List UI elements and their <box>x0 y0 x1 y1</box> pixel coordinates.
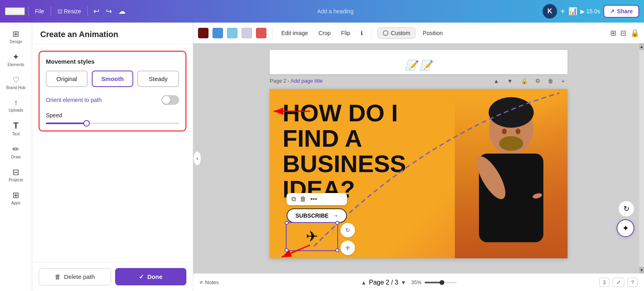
selection-box[interactable]: ✈ ↻ ✛ <box>286 222 338 251</box>
resize-button[interactable]: ⊡ Resize <box>54 6 85 16</box>
page-down-button[interactable]: ▼ <box>504 76 516 86</box>
handle-bottom-right[interactable] <box>335 248 339 252</box>
refresh-button[interactable]: ↻ <box>618 201 634 217</box>
help-button[interactable]: ? <box>627 278 638 287</box>
scroll-down-button[interactable]: ▼ <box>639 267 644 273</box>
original-style-button[interactable]: Original <box>46 71 88 87</box>
chart-icon[interactable]: 📊 <box>568 7 577 16</box>
status-right: 3 ⤢ ? <box>599 278 638 287</box>
play-button[interactable]: ▶ 15.0s <box>580 8 600 15</box>
copy-icon-button[interactable]: ⧉ <box>291 195 296 203</box>
lock-icon[interactable]: 🔒 <box>630 29 639 37</box>
canvas-toolbar: Edit image Crop Flip ℹ Custom Position ⊞… <box>193 23 644 44</box>
speed-slider-track[interactable] <box>46 123 179 124</box>
status-bar: ≡ Notes ▲ Page 2 / 3 ▼ 35% 3 <box>193 273 644 291</box>
zoom-slider-thumb[interactable] <box>440 280 444 285</box>
projects-icon: ⊟ <box>12 167 19 177</box>
sidebar-item-label: Design <box>10 39 22 44</box>
add-page-title-link[interactable]: Add page title <box>291 78 323 84</box>
notes-button[interactable]: ≡ Notes <box>200 279 219 285</box>
rotate-button[interactable]: ↻ <box>341 223 355 237</box>
heading-line2: FIND A <box>283 126 406 151</box>
chevron-left-icon: ‹ <box>6 8 8 15</box>
avatar: K <box>543 4 557 19</box>
filter-icon[interactable]: ⊟ <box>620 29 626 37</box>
undo-button[interactable]: ↩ <box>91 5 102 17</box>
page-up-button[interactable]: ▲ <box>491 76 502 86</box>
page-lock-button[interactable]: 🔒 <box>518 76 530 86</box>
page-above: 📝 📝 <box>270 50 568 74</box>
zoom-slider-track[interactable] <box>425 282 457 283</box>
color-swatch-blue[interactable] <box>213 28 223 38</box>
color-swatch-light-blue[interactable] <box>227 28 237 38</box>
sidebar-item-draw[interactable]: ✏ Draw <box>2 141 31 162</box>
delete-icon-button[interactable]: 🗑 <box>300 195 306 203</box>
vertical-scrollbar[interactable]: ▲ ▼ <box>639 44 644 273</box>
add-heading-text[interactable]: Add a heading <box>317 8 353 15</box>
move-button[interactable]: ✛ <box>341 241 355 255</box>
canvas-scroll: ‹ 📝 📝 Page 2 - Add page title ▲ <box>193 44 644 273</box>
position-button[interactable]: Position <box>419 28 446 38</box>
sidebar-item-uploads[interactable]: ↑ Uploads <box>2 95 31 116</box>
plus-button[interactable]: + <box>560 7 565 16</box>
handle-top-right[interactable] <box>335 221 339 225</box>
slide-canvas[interactable]: HOW DO I FIND A BUSINESS IDEA? <box>270 89 568 258</box>
orient-toggle[interactable] <box>161 95 179 105</box>
crop-button[interactable]: Crop <box>315 28 334 38</box>
play-icon: ▶ <box>580 8 585 15</box>
delete-path-label: Delete path <box>64 273 95 280</box>
heading-line3: BUSINESS <box>283 151 406 177</box>
smooth-style-button[interactable]: Smooth <box>92 71 134 87</box>
handle-top-left[interactable] <box>285 221 289 225</box>
page-nav-up-button[interactable]: ▲ <box>361 279 367 286</box>
page-nav-down-button[interactable]: ▼ <box>401 279 407 286</box>
sidebar-item-projects[interactable]: ⊟ Projects <box>2 164 31 185</box>
share-button[interactable]: ↗ Share <box>603 5 639 18</box>
home-button[interactable]: ‹ Home <box>5 7 25 15</box>
delete-path-button[interactable]: 🗑 Delete path <box>39 268 111 285</box>
edit-image-button[interactable]: Edit image <box>278 28 311 38</box>
sidebar-item-design[interactable]: ⊞ Design <box>2 26 31 47</box>
sidebar-item-apps[interactable]: ⊞ Apps <box>2 187 31 208</box>
magic-button[interactable]: ✦ <box>617 219 634 237</box>
custom-circle-icon <box>383 30 388 36</box>
custom-label: Custom <box>391 30 410 36</box>
info-button[interactable]: ℹ <box>357 28 366 38</box>
file-button[interactable]: File <box>32 6 47 16</box>
sidebar-item-label: Draw <box>11 155 21 159</box>
page-number-button[interactable]: 3 <box>599 278 609 287</box>
expand-button[interactable]: ⤢ <box>613 278 624 287</box>
toggle-knob <box>162 96 170 104</box>
color-swatch-lavender[interactable] <box>242 28 252 38</box>
panel-title: Create an Animation <box>32 23 193 44</box>
page-copy-button[interactable]: ⧉ <box>533 76 543 86</box>
more-options-button[interactable]: ••• <box>310 195 317 203</box>
orient-row: Orient element to path <box>46 95 179 105</box>
color-swatch-dark-red[interactable] <box>198 28 208 38</box>
cloud-button[interactable]: ☁ <box>116 5 128 17</box>
handle-bottom-left[interactable] <box>285 248 289 252</box>
done-button[interactable]: ✓ Done <box>115 268 187 285</box>
scroll-up-button[interactable]: ▲ <box>639 44 644 50</box>
topbar-divider3 <box>87 6 88 16</box>
color-swatch-coral[interactable] <box>256 28 266 38</box>
sidebar-item-brand-hub[interactable]: ♡ Brand Hub <box>2 72 31 93</box>
checkerboard-icon[interactable]: ⊞ <box>610 29 616 37</box>
topbar-left: ‹ Home File ⊡ Resize ↩ ↪ ☁ <box>5 5 128 17</box>
page-delete-button[interactable]: 🗑 <box>545 76 556 86</box>
speed-slider-thumb[interactable] <box>83 120 90 127</box>
sidebar-item-elements[interactable]: ✦ Elements <box>2 49 31 70</box>
sidebar-item-text[interactable]: T Text <box>2 117 31 139</box>
page-add-button[interactable]: + <box>559 76 568 86</box>
speed-slider-fill <box>46 123 86 124</box>
flip-button[interactable]: Flip <box>338 28 354 38</box>
redo-button[interactable]: ↪ <box>103 5 114 17</box>
collapse-panel-btn[interactable]: ‹ <box>193 151 201 166</box>
topbar-divider <box>28 6 29 16</box>
steady-style-button[interactable]: Steady <box>137 71 179 87</box>
toolbar-right-icons: ⊞ ⊟ 🔒 <box>610 29 639 37</box>
check-icon: ✓ <box>139 273 144 281</box>
custom-button[interactable]: Custom <box>378 27 415 39</box>
status-center: ▲ Page 2 / 3 ▼ 35% <box>225 279 593 286</box>
subscribe-toolbar: ⧉ 🗑 ••• <box>287 193 347 205</box>
